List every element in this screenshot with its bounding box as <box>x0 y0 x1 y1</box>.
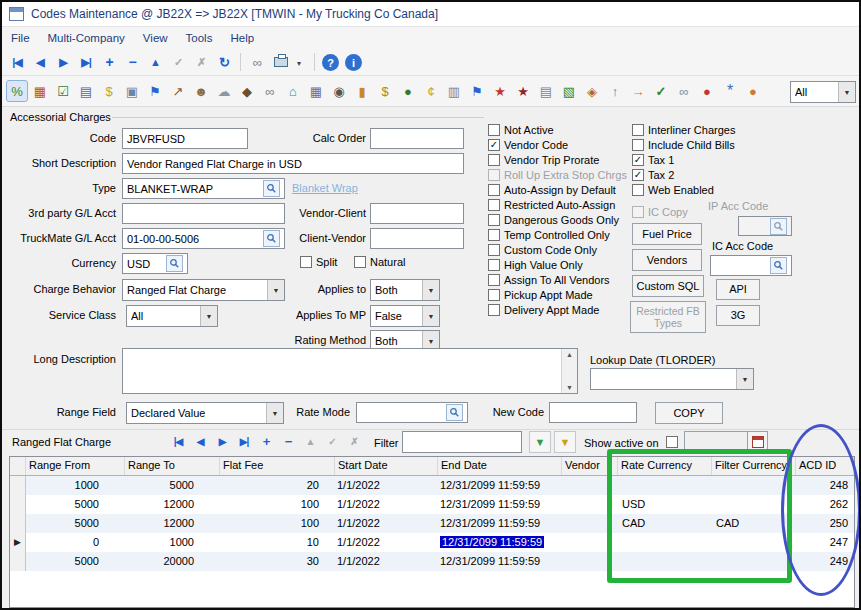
nav-next-button[interactable]: ▶ <box>52 51 74 73</box>
cell-end-date[interactable]: 12/31/2099 11:59:59 <box>438 495 562 514</box>
lookup-button[interactable] <box>770 218 787 235</box>
currency-field[interactable]: USD <box>122 253 188 274</box>
cell-start-date[interactable]: 1/1/2022 <box>335 552 438 571</box>
copy-page-icon[interactable]: ▣ <box>121 80 143 102</box>
ball-icon[interactable]: ● <box>742 80 764 102</box>
short-description-field[interactable]: Vendor Ranged Flat Charge in USD <box>122 153 464 174</box>
cell-range-to[interactable]: 12000 <box>125 514 220 533</box>
cell-vendor[interactable] <box>562 495 618 514</box>
export-icon[interactable]: ↗ <box>167 80 189 102</box>
lookup-button[interactable] <box>770 257 787 274</box>
checkbox-not-active[interactable]: Not Active <box>488 123 554 136</box>
cell-flat-fee[interactable]: 20 <box>220 476 335 495</box>
col-header-range-to[interactable]: Range To <box>125 457 220 475</box>
cell-end-date[interactable]: 12/31/2099 11:59:59 <box>438 514 562 533</box>
checkbox-delivery-appt-made[interactable]: Delivery Appt Made <box>488 303 599 316</box>
col-header-rate-currency[interactable]: Rate Currency <box>618 457 712 475</box>
cell-start-date[interactable]: 1/1/2022 <box>335 476 438 495</box>
cell-filter-currency[interactable] <box>712 476 796 495</box>
lookup-button[interactable] <box>166 255 183 272</box>
checkbox-vendor-trip-prorate[interactable]: Vendor Trip Prorate <box>488 153 599 166</box>
checkbox-dangerous-goods-only[interactable]: Dangerous Goods Only <box>488 213 619 226</box>
filter-funnel-icon[interactable]: ▼ <box>554 431 576 453</box>
nav-first-button[interactable]: |◀ <box>6 51 28 73</box>
cell-vendor[interactable] <box>562 533 618 552</box>
col-header-vendor[interactable]: Vendor <box>562 457 618 475</box>
cell-start-date[interactable]: 1/1/2022 <box>335 514 438 533</box>
insert-record-button[interactable]: + <box>98 51 120 73</box>
flag-icon[interactable]: ⚑ <box>144 80 166 102</box>
car-icon[interactable]: ● <box>696 80 718 102</box>
cell-range-from[interactable]: 0 <box>26 533 125 552</box>
arrow-right-icon[interactable]: → <box>627 80 649 102</box>
checkbox-auto-assign-by-default[interactable]: Auto-Assign by Default <box>488 183 616 196</box>
delete-record-button[interactable]: − <box>121 51 143 73</box>
col-header-range-from[interactable]: Range From <box>26 457 125 475</box>
user-icon[interactable]: ☻ <box>190 80 212 102</box>
star-dark-icon[interactable]: ★ <box>512 80 534 102</box>
lookup-button[interactable] <box>446 404 463 421</box>
scroll-down-icon[interactable]: ▼ <box>566 384 573 391</box>
cell-acd-id[interactable]: 249 <box>796 552 854 571</box>
print-button[interactable] <box>270 51 292 73</box>
col-header-start-date[interactable]: Start Date <box>335 457 438 475</box>
third-party-gl-field[interactable] <box>122 203 285 224</box>
star-icon[interactable]: ★ <box>489 80 511 102</box>
ip-acc-code-field[interactable] <box>738 216 792 236</box>
custom-sql-button[interactable]: Custom SQL <box>632 275 704 297</box>
print-options-button[interactable]: ▾ <box>293 55 305 71</box>
type-link[interactable]: Blanket Wrap <box>292 182 358 194</box>
cell-rate-currency[interactable]: USD <box>618 495 712 514</box>
col-header-filter-currency[interactable]: Filter Currency <box>712 457 796 475</box>
document-icon[interactable]: ▤ <box>535 80 557 102</box>
cell-range-to[interactable]: 20000 <box>125 552 220 571</box>
percent-codes-icon[interactable]: % <box>6 80 28 102</box>
view-filter-select[interactable]: All ▼ <box>790 81 856 103</box>
help-button[interactable]: ? <box>322 54 339 71</box>
menu-tools[interactable]: Tools <box>177 29 222 47</box>
cell-range-from[interactable]: 5000 <box>26 552 125 571</box>
cell-range-from[interactable]: 1000 <box>26 476 125 495</box>
checkbox-pickup-appt-made[interactable]: Pickup Appt Made <box>488 288 593 301</box>
detail-post-button[interactable]: ✓ <box>322 431 342 451</box>
detail-edit-button[interactable]: ▲ <box>300 431 320 451</box>
flag-alt-icon[interactable]: ⚑ <box>466 80 488 102</box>
detail-delete-button[interactable]: − <box>278 431 298 451</box>
fuel-price-button[interactable]: Fuel Price <box>632 223 702 245</box>
active-date-field[interactable] <box>684 431 768 453</box>
menu-help[interactable]: Help <box>221 29 263 47</box>
detail-nav-next-button[interactable]: ▶ <box>212 431 232 451</box>
col-header-acd-id[interactable]: ACD ID <box>796 457 854 475</box>
cell-acd-id[interactable]: 262 <box>796 495 854 514</box>
menu-multi-company[interactable]: Multi-Company <box>39 29 134 47</box>
link-tool-icon[interactable]: ∞ <box>246 51 268 73</box>
coins-icon[interactable]: ¢ <box>420 80 442 102</box>
col-header-end-date[interactable]: End Date <box>438 457 562 475</box>
cell-filter-currency[interactable]: CAD <box>712 514 796 533</box>
table-icon[interactable]: ▤ <box>75 80 97 102</box>
cell-acd-id[interactable]: 247 <box>796 533 854 552</box>
copy-button[interactable]: COPY <box>655 402 723 424</box>
calendar-icon[interactable]: ▦ <box>29 80 51 102</box>
lookup-date-select[interactable]: ▼ <box>590 368 754 390</box>
cell-filter-currency[interactable] <box>712 495 796 514</box>
lookup-button[interactable] <box>263 230 280 247</box>
cell-range-from[interactable]: 5000 <box>26 495 125 514</box>
charge-behavior-select[interactable]: Ranged Flat Charge▼ <box>122 279 285 301</box>
money-icon[interactable]: $ <box>374 80 396 102</box>
col-header-flat-fee[interactable]: Flat Fee <box>220 457 335 475</box>
filter-apply-icon[interactable]: ▼ <box>529 431 551 453</box>
mug-icon[interactable]: ▮ <box>351 80 373 102</box>
calendar-button[interactable] <box>747 432 767 452</box>
detail-nav-first-button[interactable]: |◀ <box>168 431 188 451</box>
grid-icon[interactable]: ▦ <box>305 80 327 102</box>
ic-acc-code-field[interactable] <box>710 255 792 276</box>
scrollbar[interactable]: ▲▼ <box>561 349 577 393</box>
cell-flat-fee[interactable]: 30 <box>220 552 335 571</box>
approve-icon[interactable]: ✓ <box>650 80 672 102</box>
coin-icon[interactable]: $ <box>98 80 120 102</box>
row-indicator[interactable] <box>10 514 26 533</box>
cell-filter-currency[interactable] <box>712 552 796 571</box>
cell-rate-currency[interactable]: CAD <box>618 514 712 533</box>
cloud-icon[interactable]: ☁ <box>213 80 235 102</box>
